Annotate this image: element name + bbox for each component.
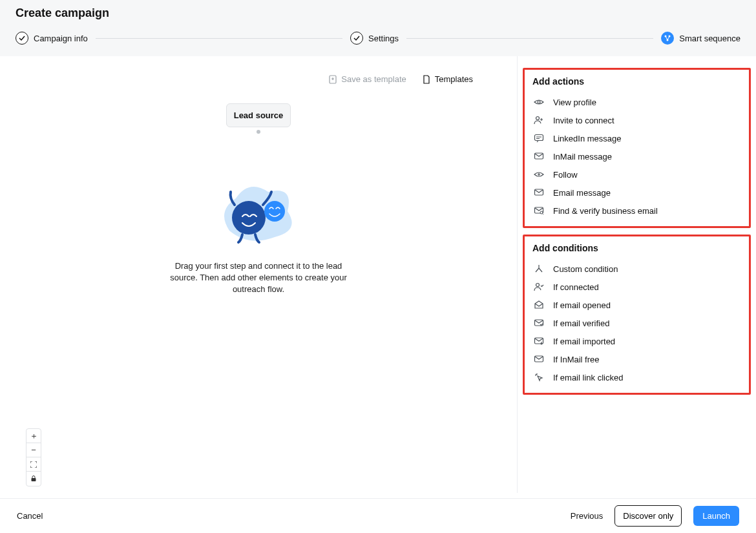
step-divider (406, 38, 653, 39)
fullscreen-button[interactable] (26, 457, 41, 472)
save-template-label: Save as template (341, 74, 406, 84)
action-follow[interactable]: Follow (525, 165, 749, 183)
footer-bar: Cancel Previous Discover only Launch (0, 498, 756, 533)
action-label: Follow (553, 170, 578, 180)
node-connector-dot[interactable] (257, 130, 260, 134)
page-title: Create campaign (16, 6, 740, 20)
empty-state-text: Drag your first step and connect it to t… (168, 260, 349, 296)
discover-only-button[interactable]: Discover only (614, 505, 682, 527)
step-campaign-info[interactable]: Campaign info (16, 32, 88, 45)
svg-point-5 (264, 201, 285, 222)
branch-icon (534, 264, 544, 274)
svg-point-8 (536, 117, 540, 120)
zoom-controls: ＋ − (26, 428, 41, 486)
action-label: Invite to connect (553, 116, 614, 125)
launch-button[interactable]: Launch (693, 506, 739, 526)
envelope-icon (534, 187, 544, 198)
step-divider (96, 38, 342, 39)
condition-connected[interactable]: If connected (525, 278, 749, 296)
save-template-icon (328, 75, 337, 84)
action-email-message[interactable]: Email message (525, 183, 749, 202)
step-label: Smart sequence (679, 34, 740, 43)
condition-label: If email imported (553, 337, 615, 346)
save-as-template-button[interactable]: Save as template (328, 74, 406, 84)
add-conditions-panel: Add conditions Custom condition If conne… (523, 235, 751, 395)
condition-label: If email link clicked (553, 373, 623, 382)
condition-link-clicked[interactable]: If email link clicked (525, 368, 749, 386)
message-icon (534, 133, 544, 143)
condition-label: If email opened (553, 300, 611, 310)
condition-email-opened[interactable]: If email opened (525, 296, 749, 314)
svg-rect-9 (535, 135, 543, 141)
cancel-button[interactable]: Cancel (17, 511, 43, 521)
condition-custom[interactable]: Custom condition (525, 260, 749, 278)
action-linkedin-message[interactable]: LinkedIn message (525, 129, 749, 147)
svg-point-4 (232, 201, 266, 235)
step-smart-sequence[interactable]: Smart sequence (661, 32, 740, 45)
envelope-search-icon (534, 205, 544, 216)
condition-label: Custom condition (553, 264, 618, 274)
action-label: Email message (553, 188, 611, 198)
svg-point-14 (536, 284, 540, 287)
zoom-out-button[interactable]: − (26, 443, 41, 457)
user-check-icon (534, 282, 544, 292)
sequence-icon (661, 32, 674, 45)
action-find-verify-email[interactable]: Find & verify business email (525, 202, 749, 220)
step-label: Campaign info (34, 34, 88, 43)
eye-icon (534, 97, 544, 107)
step-settings[interactable]: Settings (350, 32, 399, 45)
canvas-area[interactable]: Save as template Templates Lead source (0, 56, 517, 493)
action-label: Find & verify business email (553, 206, 658, 216)
add-conditions-title: Add conditions (525, 243, 749, 260)
templates-button[interactable]: Templates (422, 74, 473, 84)
action-view-profile[interactable]: View profile (525, 93, 749, 111)
zoom-in-button[interactable]: ＋ (26, 429, 41, 443)
condition-email-imported[interactable]: If email imported (525, 332, 749, 350)
empty-state-illustration (207, 172, 310, 250)
lead-source-node[interactable]: Lead source (226, 103, 291, 127)
actions-sidebar: Add actions View profile Invite to conne… (517, 56, 756, 493)
envelope-import-icon (534, 336, 544, 346)
checkmark-icon (16, 32, 28, 45)
action-label: View profile (553, 98, 596, 107)
condition-email-verified[interactable]: If email verified (525, 314, 749, 332)
step-label: Settings (368, 34, 399, 43)
condition-inmail-free[interactable]: If InMail free (525, 350, 749, 368)
envelope-inmail-icon (534, 151, 544, 162)
condition-label: If connected (553, 282, 599, 292)
click-icon (534, 372, 544, 382)
action-label: LinkedIn message (553, 134, 622, 143)
action-invite-connect[interactable]: Invite to connect (525, 111, 749, 129)
templates-label: Templates (435, 74, 473, 84)
previous-button[interactable]: Previous (571, 511, 604, 521)
envelope-free-icon (534, 354, 544, 364)
document-icon (422, 75, 431, 84)
action-inmail-message[interactable]: InMail message (525, 147, 749, 165)
action-label: InMail message (553, 152, 612, 162)
add-actions-title: Add actions (525, 76, 749, 93)
envelope-open-icon (534, 300, 544, 310)
follow-icon (534, 169, 544, 180)
checkmark-icon (350, 32, 363, 45)
svg-point-13 (540, 211, 543, 214)
lock-button[interactable] (26, 472, 41, 486)
add-actions-panel: Add actions View profile Invite to conne… (523, 68, 751, 228)
svg-point-7 (538, 101, 540, 103)
svg-rect-6 (32, 478, 36, 481)
user-plus-icon (534, 115, 544, 125)
stepper: Campaign info Settings Smart sequence (16, 32, 740, 56)
envelope-check-icon (534, 318, 544, 328)
condition-label: If email verified (553, 319, 609, 328)
condition-label: If InMail free (553, 355, 600, 364)
